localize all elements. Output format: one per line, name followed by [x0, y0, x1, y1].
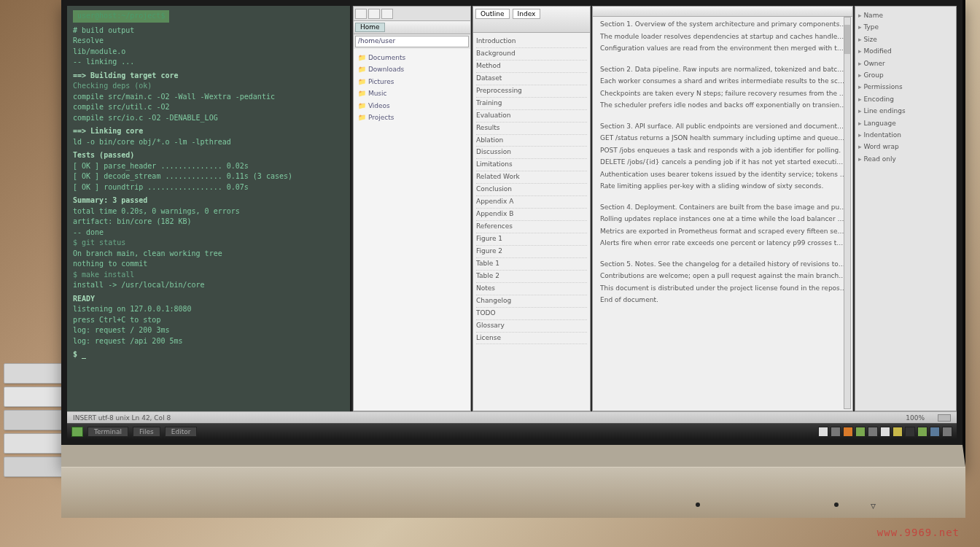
- fm-entry[interactable]: Music: [357, 88, 467, 99]
- property-item[interactable]: Size: [858, 34, 953, 45]
- property-item[interactable]: Owner: [858, 58, 953, 69]
- doc-toolbar: [593, 7, 852, 17]
- outline-item[interactable]: Appendix B: [476, 209, 587, 221]
- terminal-line: Resolve: [73, 36, 344, 47]
- fm-entry[interactable]: Pictures: [357, 76, 467, 88]
- outline-item[interactable]: Evaluation: [476, 110, 587, 123]
- workspace: user@host:~/project$ # build outputResol…: [67, 6, 957, 411]
- outline-item[interactable]: Training: [476, 98, 587, 110]
- outline-item[interactable]: Figure 1: [476, 233, 587, 246]
- doc-line: The module loader resolves dependencies …: [600, 32, 847, 42]
- doc-line: Contributions are welcome; open a pull r…: [600, 271, 847, 282]
- outline-item[interactable]: Method: [476, 61, 587, 73]
- terminal-line: $ make install: [73, 270, 344, 281]
- fm-entry[interactable]: Projects: [357, 112, 467, 123]
- outline-item[interactable]: Introduction: [476, 36, 587, 48]
- disk-icon[interactable]: [843, 427, 853, 437]
- terminal-prompt: user@host:~/project$: [73, 10, 169, 23]
- gear-icon[interactable]: [868, 427, 878, 437]
- property-item[interactable]: Indentation: [858, 129, 953, 141]
- outline-list[interactable]: IntroductionBackgroundMethodDatasetPrepr…: [473, 33, 590, 411]
- terminal-panel[interactable]: user@host:~/project$ # build outputResol…: [67, 6, 351, 411]
- menu-icon[interactable]: [942, 427, 952, 437]
- volume-icon[interactable]: [880, 427, 890, 437]
- outline-item[interactable]: Background: [476, 48, 587, 61]
- property-item[interactable]: Name: [858, 9, 953, 21]
- outline-item[interactable]: Glossary: [476, 320, 587, 333]
- status-right: 100%: [906, 414, 925, 422]
- property-item[interactable]: Word wrap: [858, 141, 953, 152]
- terminal-line: # build output: [73, 26, 344, 36]
- shield-icon[interactable]: [917, 427, 928, 437]
- fm-tabbar: Home: [354, 21, 470, 34]
- terminal-line: lib/module.o: [73, 47, 344, 58]
- outline-item[interactable]: Dataset: [476, 73, 587, 85]
- outline-tab-2[interactable]: Index: [513, 9, 541, 19]
- update-icon[interactable]: [930, 427, 940, 437]
- terminal-line: Tests (passed): [73, 150, 344, 161]
- property-item[interactable]: Encoding: [858, 93, 953, 105]
- outline-item[interactable]: Preprocessing: [476, 85, 587, 98]
- property-item[interactable]: Type: [858, 21, 953, 33]
- property-item[interactable]: Modified: [858, 45, 953, 57]
- doc-line: DELETE /jobs/{id} cancels a pending job …: [600, 158, 847, 168]
- fm-entry[interactable]: Documents: [357, 52, 467, 63]
- doc-line: Section 3. API surface. All public endpo…: [600, 122, 847, 132]
- outline-item[interactable]: Ablation: [476, 135, 587, 147]
- taskbar-task[interactable]: Files: [133, 427, 160, 437]
- outline-tabbar: Outline Index: [473, 7, 590, 33]
- taskbar-task[interactable]: Terminal: [88, 427, 128, 437]
- outline-item[interactable]: Changelog: [476, 295, 587, 308]
- doc-line: Rate limiting applies per-key with a sli…: [600, 182, 847, 192]
- fm-up-button[interactable]: [381, 9, 393, 19]
- property-item[interactable]: Permissions: [858, 81, 953, 93]
- fm-entry[interactable]: Videos: [357, 100, 467, 112]
- property-item[interactable]: Line endings: [858, 105, 953, 117]
- doc-line: Section 4. Deployment. Containers are bu…: [600, 203, 847, 213]
- fm-back-button[interactable]: [355, 9, 367, 19]
- outline-item[interactable]: Conclusion: [476, 184, 587, 196]
- outline-item[interactable]: License: [476, 333, 587, 345]
- monitor-icon[interactable]: [831, 427, 841, 437]
- chat-icon[interactable]: [818, 427, 828, 437]
- terminal-line: log: request / 200 3ms: [73, 325, 344, 336]
- outline-item[interactable]: Notes: [476, 283, 587, 295]
- fm-file-list[interactable]: DocumentsDownloadsPicturesMusicVideosPro…: [354, 49, 470, 411]
- taskbar-task[interactable]: Editor: [165, 427, 198, 437]
- terminal-line: install -> /usr/local/bin/core: [73, 280, 344, 291]
- property-item[interactable]: Group: [858, 69, 953, 81]
- terminal-line: Summary: 3 passed: [73, 195, 344, 206]
- doc-scrollbar[interactable]: [844, 17, 851, 409]
- doc-line: The scheduler prefers idle nodes and bac…: [600, 101, 847, 111]
- outline-item[interactable]: Appendix A: [476, 196, 587, 209]
- document-panel[interactable]: Section 1. Overview of the system archit…: [592, 6, 853, 411]
- clock-icon[interactable]: [892, 427, 903, 437]
- watermark: www.9969.net: [877, 527, 960, 538]
- property-item[interactable]: Language: [858, 117, 953, 129]
- outline-item[interactable]: Results: [476, 123, 587, 135]
- network-icon[interactable]: [855, 427, 866, 437]
- outline-item[interactable]: Discussion: [476, 147, 587, 159]
- doc-scroll-thumb[interactable]: [844, 25, 850, 54]
- power-icon[interactable]: [905, 427, 915, 437]
- start-button[interactable]: [71, 427, 83, 437]
- terminal-line: [ OK ] parse_header .............. 0.02s: [73, 161, 344, 172]
- outline-item[interactable]: Figure 2: [476, 246, 587, 258]
- fm-address-bar[interactable]: /home/user: [355, 36, 469, 47]
- terminal-line: ==> Building target core: [73, 71, 344, 82]
- outline-item[interactable]: TODO: [476, 308, 587, 320]
- fm-entry[interactable]: Downloads: [357, 63, 467, 75]
- doc-line: Rolling updates replace instances one at…: [600, 214, 847, 225]
- fm-forward-button[interactable]: [368, 9, 380, 19]
- outline-item[interactable]: Limitations: [476, 159, 587, 171]
- file-manager-panel: Home /home/user DocumentsDownloadsPictur…: [353, 6, 471, 411]
- outline-item[interactable]: Table 2: [476, 271, 587, 283]
- terminal-line: Checking deps (ok): [73, 81, 344, 92]
- outline-item[interactable]: References: [476, 221, 587, 233]
- fm-tab[interactable]: Home: [355, 23, 385, 32]
- outline-tab-1[interactable]: Outline: [475, 9, 510, 19]
- outline-item[interactable]: Related Work: [476, 171, 587, 184]
- terminal-line: listening on 127.0.0.1:8080: [73, 304, 344, 315]
- property-item[interactable]: Read only: [858, 153, 953, 165]
- outline-item[interactable]: Table 1: [476, 258, 587, 271]
